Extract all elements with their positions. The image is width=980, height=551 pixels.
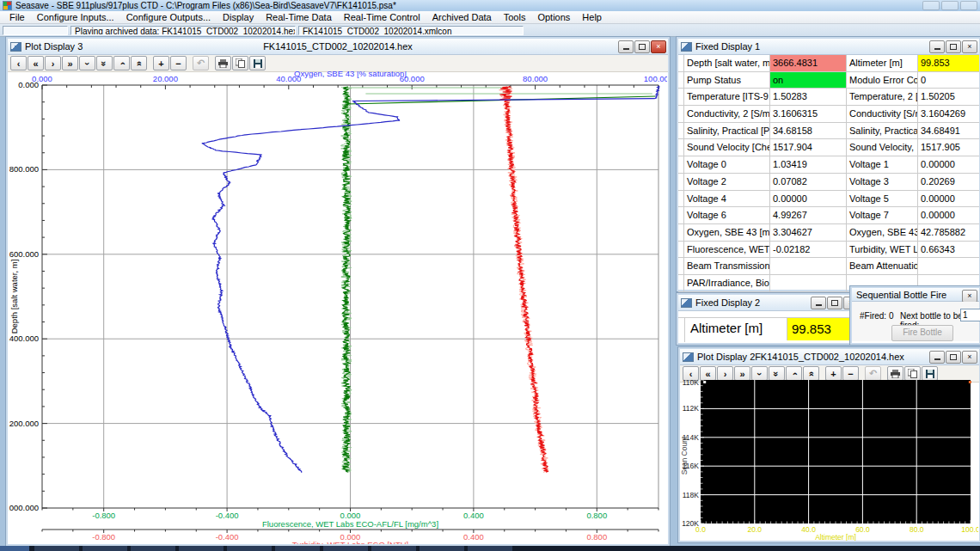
pan-up-button[interactable]: ›: [79, 56, 95, 70]
restore-button[interactable]: [827, 297, 842, 309]
menu-item-archived-data[interactable]: Archived Data: [426, 11, 498, 23]
plot-display-3-titlebar[interactable]: FK141015_CTD002_10202014.hex Plot Displa…: [8, 39, 668, 55]
minimize-button[interactable]: [929, 351, 945, 364]
print-button[interactable]: [215, 56, 231, 70]
undo-zoom-button[interactable]: ↶: [865, 366, 881, 381]
parameter-label: Oxygen, SBE 43 [m: [684, 224, 770, 241]
close-button[interactable]: ×: [962, 351, 977, 364]
svg-text:-0.400: -0.400: [216, 532, 239, 542]
parameter-value: 0.00000: [918, 207, 979, 223]
pan-right-button[interactable]: ›: [45, 56, 61, 70]
svg-text:-0.800: -0.800: [92, 532, 115, 542]
parameter-value: 34.68491: [918, 123, 979, 139]
pan-up-button[interactable]: ›: [751, 366, 768, 381]
menu-item-display[interactable]: Display: [217, 11, 260, 23]
plot-display-3-canvas: 0.00020.00040.00060.00080.000100.000Oxyg…: [9, 71, 667, 546]
taskbar-button[interactable]: [34, 546, 79, 551]
row-gutter: [678, 224, 684, 241]
pan-up-fast-button[interactable]: »: [769, 366, 785, 381]
taskbar-button[interactable]: [420, 546, 464, 551]
app-titlebar[interactable]: Seasave - SBE 911plus/917plus CTD - C:\P…: [0, 0, 980, 12]
bottle-fire-title: Sequential Bottle Fire: [856, 290, 946, 300]
taskbar-button[interactable]: [227, 546, 272, 551]
copy-button[interactable]: [232, 56, 248, 70]
fired-count-label: #Fired: 0: [860, 311, 893, 321]
parameter-value: -0.02182: [770, 242, 847, 258]
menu-item-real-time-data[interactable]: Real-Time Data: [260, 11, 338, 23]
windows-taskbar[interactable]: [0, 546, 980, 551]
restore-button[interactable]: [946, 351, 961, 364]
taskbar-button[interactable]: [179, 546, 224, 551]
taskbar-button[interactable]: [371, 546, 416, 551]
pan-left-button[interactable]: ‹: [10, 56, 27, 70]
close-button[interactable]: ×: [651, 40, 666, 53]
pan-down-fast-button[interactable]: »: [131, 56, 147, 70]
plot-display-2-titlebar[interactable]: FK141015_CTD002_10202014.hex Plot Displa…: [680, 349, 979, 365]
pan-right-fast-button[interactable]: »: [62, 56, 78, 70]
svg-text:Oxygen, SBE 43 [% saturation]: Oxygen, SBE 43 [% saturation]: [294, 71, 407, 78]
taskbar-button[interactable]: [468, 546, 512, 551]
print-button[interactable]: [887, 366, 903, 381]
row-gutter: [678, 156, 684, 173]
svg-text:100.000: 100.000: [644, 74, 667, 83]
taskbar-button[interactable]: [83, 546, 127, 551]
fixed-display-2-titlebar[interactable]: Fixed Display 2 ×: [678, 295, 861, 311]
pan-left-fast-button[interactable]: «: [28, 56, 44, 70]
parameter-label: Oxygen, SBE 43: [847, 224, 918, 241]
save-button[interactable]: [922, 366, 938, 381]
zoom-in-button[interactable]: +: [153, 56, 169, 70]
minimize-button[interactable]: [929, 40, 945, 53]
menu-item-options[interactable]: Options: [531, 11, 576, 23]
save-button[interactable]: [249, 56, 266, 70]
menu-item-tools[interactable]: Tools: [498, 11, 532, 23]
minimize-button[interactable]: [811, 297, 826, 309]
app-close-button[interactable]: [960, 1, 977, 10]
pan-up-fast-icon: »: [774, 369, 779, 379]
menu-item-configure-outputs[interactable]: Configure Outputs...: [120, 11, 217, 23]
taskbar-start-area[interactable]: [0, 546, 29, 551]
undo-zoom-button[interactable]: ↶: [193, 56, 209, 70]
minimize-button[interactable]: [618, 40, 634, 53]
zoom-out-button[interactable]: −: [842, 366, 859, 381]
pan-down-button[interactable]: ›: [113, 56, 130, 70]
plot-display-2-window: FK141015_CTD002_10202014.hex Plot Displa…: [677, 346, 980, 543]
menu-item-help[interactable]: Help: [576, 11, 608, 23]
plot-window-icon: [10, 42, 21, 52]
menu-item-file[interactable]: File: [3, 11, 31, 23]
app-minimize-button[interactable]: [922, 1, 940, 10]
restore-button[interactable]: [634, 40, 650, 53]
copy-button[interactable]: [904, 366, 921, 381]
pan-down-fast-button[interactable]: »: [803, 366, 819, 381]
close-button[interactable]: ×: [962, 40, 977, 53]
pan-up-fast-button[interactable]: »: [96, 56, 113, 70]
taskbar-button[interactable]: [323, 546, 368, 551]
menu-item-configure-inputs[interactable]: Configure Inputs...: [31, 11, 120, 23]
taskbar-button[interactable]: [131, 546, 175, 551]
pan-left-fast-button[interactable]: «: [700, 366, 716, 381]
bottle-fire-titlebar[interactable]: Sequential Bottle Fire ×: [852, 288, 979, 302]
fixed-display-1-titlebar[interactable]: Fixed Display 1 ×: [678, 39, 979, 55]
pan-left-button[interactable]: ‹: [683, 366, 699, 381]
pan-right-button[interactable]: ›: [717, 366, 733, 381]
restore-button[interactable]: [946, 40, 961, 53]
playback-status-box: Playing archived data: FK141015_CTD002_1…: [70, 26, 296, 35]
pan-right-fast-button[interactable]: »: [734, 366, 750, 381]
next-bottle-input[interactable]: [960, 309, 980, 321]
table-row: Oxygen, SBE 43 [m3.304627Oxygen, SBE 434…: [678, 224, 979, 242]
pan-down-button[interactable]: ›: [786, 366, 802, 381]
parameter-label: Voltage 5: [847, 191, 918, 207]
zoom-out-button[interactable]: −: [170, 56, 187, 70]
parameter-value: 42.785882: [918, 224, 979, 241]
app-maximize-button[interactable]: [941, 1, 959, 10]
plot-display-3-toolbar: ‹«›»›»›»+−↶: [8, 55, 668, 72]
menu-item-real-time-control[interactable]: Real-Time Control: [338, 11, 426, 23]
taskbar-button[interactable]: [275, 546, 320, 551]
parameter-label: Modulo Error Co: [847, 72, 918, 89]
row-gutter: [678, 191, 684, 207]
config-file-box: FK141015_CTD002_10202014.xmlcon: [298, 26, 524, 35]
close-button[interactable]: ×: [962, 290, 977, 303]
fire-bottle-button[interactable]: Fire Bottle: [891, 325, 953, 341]
table-row: Fluorescence, WET-0.02182Turbidity, WET …: [678, 242, 979, 259]
zoom-in-button[interactable]: +: [825, 366, 842, 381]
table-row: Beam TransmissionBeam Attenuatio: [678, 258, 979, 275]
